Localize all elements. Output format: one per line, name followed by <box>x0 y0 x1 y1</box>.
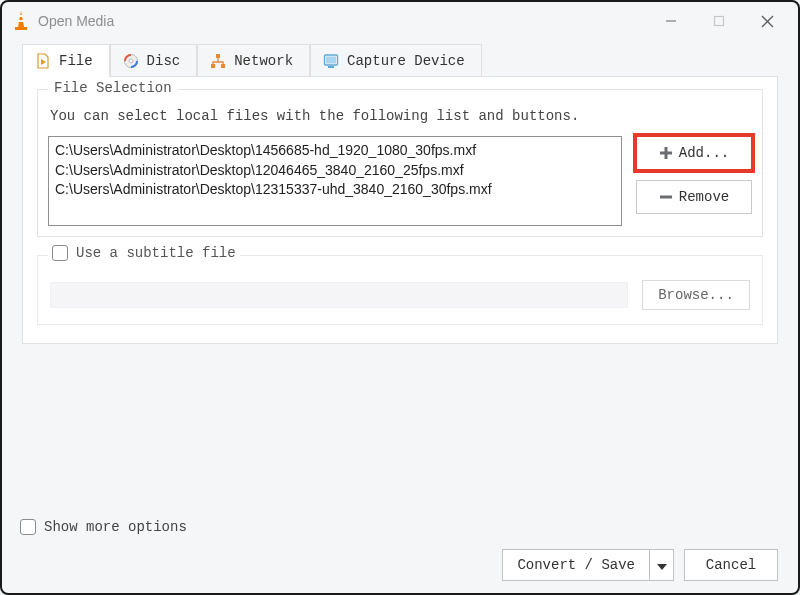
tab-network-label: Network <box>234 53 293 69</box>
svg-rect-14 <box>328 66 334 68</box>
convert-save-button[interactable]: Convert / Save <box>502 549 650 581</box>
show-more-options-row[interactable]: Show more options <box>20 519 778 535</box>
remove-button-label: Remove <box>679 189 729 205</box>
svg-rect-2 <box>15 27 27 30</box>
subtitle-path-input <box>50 282 628 308</box>
file-buttons: Add... Remove <box>636 136 752 226</box>
window-controls <box>648 6 790 36</box>
svg-rect-4 <box>715 17 724 26</box>
svg-rect-9 <box>216 54 220 58</box>
file-selection-description: You can select local files with the foll… <box>50 108 752 124</box>
maximize-button[interactable] <box>696 6 742 36</box>
disc-icon <box>123 53 139 69</box>
browse-button: Browse... <box>642 280 750 310</box>
svg-rect-11 <box>221 64 225 68</box>
convert-save-dropdown[interactable] <box>650 549 674 581</box>
tab-capture-label: Capture Device <box>347 53 465 69</box>
subtitle-label: Use a subtitle file <box>76 245 236 261</box>
svg-point-8 <box>129 59 133 63</box>
chevron-down-icon <box>657 558 667 573</box>
subtitle-checkbox-row[interactable]: Use a subtitle file <box>48 245 240 261</box>
window-title: Open Media <box>38 13 648 29</box>
footer: Show more options Convert / Save Cancel <box>20 519 778 581</box>
add-button-label: Add... <box>679 145 729 161</box>
vlc-cone-icon <box>12 10 30 32</box>
svg-rect-10 <box>211 64 215 68</box>
subtitle-group: Use a subtitle file Browse... <box>37 255 763 325</box>
cancel-button-label: Cancel <box>706 557 756 573</box>
browse-button-label: Browse... <box>658 287 734 303</box>
add-button[interactable]: Add... <box>636 136 752 170</box>
minus-icon <box>659 190 673 204</box>
close-button[interactable] <box>744 6 790 36</box>
tabs: File Disc Network Capture Device <box>2 40 798 77</box>
tab-content: File Selection You can select local file… <box>22 76 778 344</box>
file-selection-group: File Selection You can select local file… <box>37 89 763 237</box>
list-item[interactable]: C:\Users\Administrator\Desktop\12046465_… <box>55 161 615 181</box>
convert-save-label: Convert / Save <box>517 557 635 573</box>
svg-rect-13 <box>326 57 336 64</box>
file-icon <box>35 53 51 69</box>
show-more-checkbox[interactable] <box>20 519 36 535</box>
svg-rect-0 <box>19 15 23 17</box>
tab-file[interactable]: File <box>22 44 110 77</box>
file-selection-legend: File Selection <box>48 80 178 96</box>
tab-disc[interactable]: Disc <box>110 44 198 77</box>
file-list[interactable]: C:\Users\Administrator\Desktop\1456685-h… <box>48 136 622 226</box>
convert-save-group: Convert / Save <box>502 549 674 581</box>
list-item[interactable]: C:\Users\Administrator\Desktop\1456685-h… <box>55 141 615 161</box>
cancel-button[interactable]: Cancel <box>684 549 778 581</box>
footer-buttons: Convert / Save Cancel <box>20 549 778 581</box>
tab-disc-label: Disc <box>147 53 181 69</box>
show-more-label: Show more options <box>44 519 187 535</box>
remove-button[interactable]: Remove <box>636 180 752 214</box>
subtitle-checkbox[interactable] <box>52 245 68 261</box>
tab-network[interactable]: Network <box>197 44 310 77</box>
minimize-button[interactable] <box>648 6 694 36</box>
plus-icon <box>659 146 673 160</box>
network-icon <box>210 53 226 69</box>
list-item[interactable]: C:\Users\Administrator\Desktop\12315337-… <box>55 180 615 200</box>
titlebar: Open Media <box>2 2 798 40</box>
tab-capture[interactable]: Capture Device <box>310 44 482 77</box>
capture-icon <box>323 53 339 69</box>
svg-rect-1 <box>19 20 24 22</box>
tab-file-label: File <box>59 53 93 69</box>
open-media-window: Open Media File Disc <box>0 0 800 595</box>
